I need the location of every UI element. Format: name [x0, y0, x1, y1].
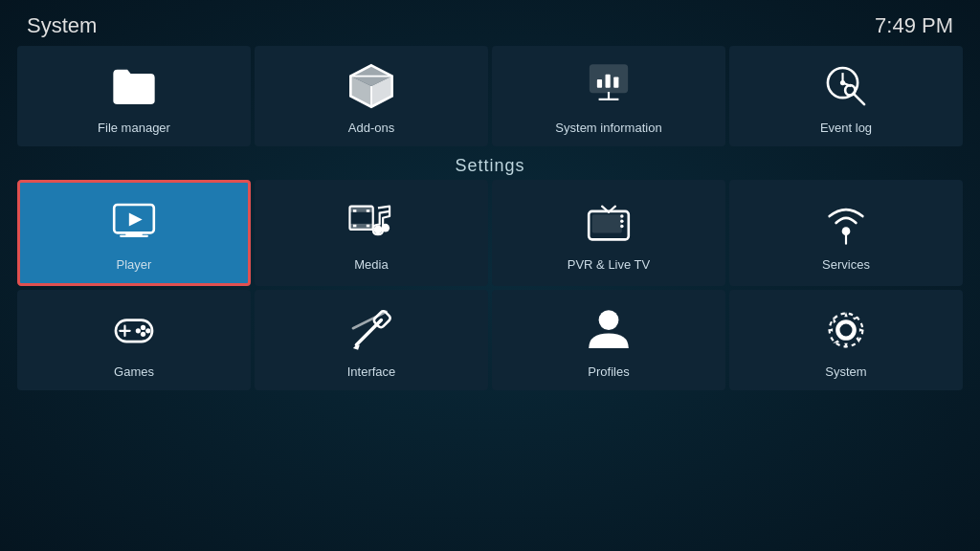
svg-point-45: [141, 332, 145, 337]
bottom-grid: Games Interface Profiles: [0, 290, 980, 390]
svg-point-15: [840, 80, 845, 85]
tile-event-log[interactable]: Event log: [729, 46, 963, 146]
svg-rect-26: [367, 209, 369, 212]
tile-games[interactable]: Games: [17, 290, 251, 390]
svg-point-30: [381, 224, 390, 232]
tile-media[interactable]: Media: [255, 180, 488, 286]
event-log-icon: [819, 59, 873, 113]
tile-pvr-live-tv-label: PVR & Live TV: [568, 257, 650, 272]
svg-point-52: [837, 321, 854, 338]
tile-event-log-label: Event log: [820, 121, 872, 135]
tile-services[interactable]: Services: [729, 180, 963, 286]
tile-add-ons[interactable]: Add-ons: [255, 46, 488, 146]
svg-rect-10: [606, 75, 611, 88]
player-icon: [107, 196, 161, 250]
svg-point-46: [136, 328, 141, 333]
svg-point-36: [620, 220, 623, 223]
tile-profiles-label: Profiles: [588, 364, 629, 379]
services-icon: [819, 196, 873, 250]
svg-rect-28: [367, 225, 369, 228]
tile-interface-label: Interface: [347, 364, 396, 379]
tile-system-label: System: [825, 364, 866, 379]
tile-file-manager-label: File manager: [98, 121, 170, 135]
tile-profiles[interactable]: Profiles: [492, 290, 725, 390]
tile-services-label: Services: [822, 257, 870, 272]
svg-point-35: [620, 214, 623, 217]
system-icon: [819, 303, 873, 357]
tile-player-label: Player: [117, 257, 152, 272]
middle-grid: Player Media: [0, 180, 980, 286]
svg-rect-27: [353, 225, 356, 228]
settings-label: Settings: [0, 150, 980, 180]
profiles-icon: [582, 303, 635, 357]
svg-point-44: [145, 328, 150, 333]
tile-pvr-live-tv[interactable]: PVR & Live TV: [492, 180, 725, 286]
tile-system[interactable]: System: [729, 290, 963, 390]
tile-system-information[interactable]: System information: [492, 46, 725, 146]
svg-line-16: [854, 94, 864, 104]
svg-marker-19: [129, 213, 143, 227]
interface-icon: [345, 303, 398, 357]
clock: 7:49 PM: [875, 13, 953, 38]
svg-rect-9: [597, 79, 602, 88]
svg-rect-11: [613, 77, 618, 87]
tile-player[interactable]: Player: [17, 180, 251, 286]
tile-media-label: Media: [354, 257, 388, 272]
media-icon: [345, 196, 398, 250]
tile-file-manager[interactable]: File manager: [17, 46, 251, 146]
file-manager-icon: [107, 59, 161, 113]
svg-point-37: [620, 225, 623, 228]
system-information-icon: [582, 59, 635, 113]
page-title: System: [27, 13, 97, 38]
tile-interface[interactable]: Interface: [255, 290, 488, 390]
header: System 7:49 PM: [0, 0, 980, 46]
tile-games-label: Games: [114, 364, 154, 379]
svg-point-29: [374, 226, 383, 234]
svg-rect-25: [353, 209, 356, 212]
svg-point-51: [599, 310, 619, 330]
svg-point-53: [830, 314, 863, 347]
svg-rect-34: [592, 214, 622, 232]
svg-point-43: [141, 325, 145, 330]
games-icon: [107, 303, 161, 357]
tile-add-ons-label: Add-ons: [348, 121, 394, 135]
tile-system-information-label: System information: [555, 121, 661, 135]
top-grid: File manager Add-ons: [0, 46, 980, 146]
pvr-live-tv-icon: [582, 196, 635, 250]
add-ons-icon: [345, 59, 398, 113]
